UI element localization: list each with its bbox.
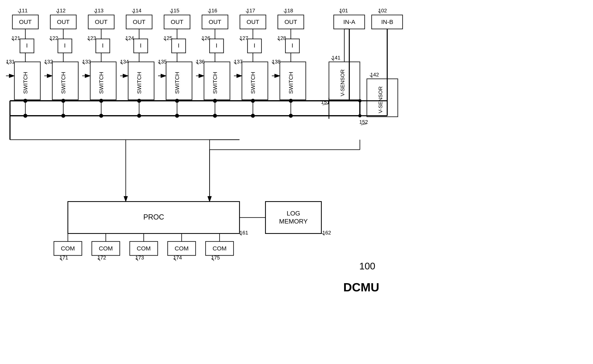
- svg-point-167: [289, 114, 293, 118]
- svg-point-163: [251, 99, 255, 103]
- svg-rect-182: [266, 202, 321, 234]
- svg-text:136: 136: [196, 59, 205, 65]
- svg-text:OUT: OUT: [133, 19, 145, 25]
- svg-text:131: 131: [6, 59, 15, 65]
- svg-point-164: [251, 114, 255, 118]
- svg-text:114: 114: [133, 8, 141, 13]
- svg-point-146: [23, 114, 27, 118]
- svg-point-149: [61, 114, 65, 118]
- svg-text:I: I: [26, 42, 28, 49]
- svg-text:111: 111: [19, 8, 27, 13]
- svg-text:117: 117: [247, 8, 255, 13]
- svg-text:100: 100: [359, 261, 375, 271]
- svg-point-230: [358, 114, 361, 117]
- svg-text:IN-A: IN-A: [343, 19, 355, 25]
- svg-text:137: 137: [234, 59, 242, 65]
- svg-text:PROC: PROC: [143, 213, 164, 221]
- svg-text:I: I: [140, 42, 142, 49]
- svg-text:173: 173: [135, 255, 144, 261]
- svg-text:V-SENSOR: V-SENSOR: [339, 69, 345, 96]
- svg-text:OUT: OUT: [57, 19, 69, 25]
- svg-text:142: 142: [370, 72, 379, 78]
- svg-text:SWITCH: SWITCH: [22, 72, 29, 94]
- svg-text:123: 123: [87, 35, 96, 41]
- svg-text:135: 135: [158, 59, 167, 65]
- svg-text:152: 152: [359, 119, 368, 125]
- svg-text:125: 125: [164, 35, 172, 41]
- svg-text:118: 118: [284, 8, 293, 13]
- svg-text:132: 132: [44, 59, 53, 65]
- svg-point-157: [175, 99, 179, 103]
- svg-text:SWITCH: SWITCH: [174, 72, 180, 94]
- svg-text:128: 128: [277, 35, 286, 41]
- svg-point-155: [137, 114, 141, 118]
- svg-text:MEMORY: MEMORY: [279, 218, 308, 225]
- svg-point-145: [23, 99, 27, 103]
- svg-text:138: 138: [272, 59, 280, 65]
- svg-text:124: 124: [125, 35, 134, 41]
- circuit-diagram: OUT 111 OUT 112 OUT 113 OUT 114 OUT 115 …: [0, 0, 593, 364]
- svg-text:SWITCH: SWITCH: [288, 72, 294, 94]
- svg-point-152: [99, 114, 103, 118]
- svg-text:OUT: OUT: [247, 19, 259, 25]
- svg-point-151: [99, 99, 103, 103]
- svg-text:116: 116: [209, 8, 217, 13]
- svg-text:SWITCH: SWITCH: [212, 72, 218, 94]
- svg-text:LOG: LOG: [287, 210, 300, 217]
- svg-text:126: 126: [202, 35, 210, 41]
- svg-point-154: [137, 99, 141, 103]
- svg-text:OUT: OUT: [95, 19, 107, 25]
- svg-text:I: I: [292, 42, 293, 49]
- svg-point-158: [175, 114, 179, 118]
- svg-point-148: [61, 99, 65, 103]
- svg-text:SWITCH: SWITCH: [60, 72, 66, 94]
- svg-text:COM: COM: [213, 245, 227, 252]
- svg-text:112: 112: [57, 8, 65, 13]
- svg-point-160: [213, 99, 217, 103]
- svg-text:DCMU: DCMU: [343, 281, 379, 294]
- svg-text:SWITCH: SWITCH: [250, 72, 256, 94]
- svg-point-161: [213, 114, 217, 118]
- svg-text:V-SENSOR: V-SENSOR: [378, 86, 384, 113]
- svg-text:133: 133: [82, 59, 91, 65]
- svg-text:I: I: [216, 42, 217, 49]
- svg-text:OUT: OUT: [19, 19, 32, 25]
- diagram-container: OUT 111 OUT 112 OUT 113 OUT 114 OUT 115 …: [0, 0, 593, 364]
- svg-text:OUT: OUT: [171, 19, 183, 25]
- svg-text:COM: COM: [99, 245, 113, 252]
- svg-text:I: I: [254, 42, 255, 49]
- svg-text:141: 141: [332, 55, 340, 61]
- svg-text:115: 115: [171, 8, 179, 13]
- svg-text:I: I: [102, 42, 104, 49]
- svg-point-229: [358, 99, 361, 102]
- svg-text:OUT: OUT: [284, 19, 297, 25]
- svg-text:134: 134: [120, 59, 129, 65]
- svg-text:OUT: OUT: [209, 19, 221, 25]
- svg-text:122: 122: [50, 35, 58, 41]
- svg-text:SWITCH: SWITCH: [98, 72, 104, 94]
- svg-text:172: 172: [98, 255, 106, 261]
- svg-text:I: I: [64, 42, 66, 49]
- svg-text:COM: COM: [137, 245, 151, 252]
- svg-text:171: 171: [59, 255, 68, 261]
- svg-text:IN-B: IN-B: [381, 19, 393, 25]
- svg-point-166: [289, 99, 293, 103]
- svg-text:I: I: [178, 42, 179, 49]
- svg-text:121: 121: [12, 35, 20, 41]
- svg-text:113: 113: [95, 8, 103, 13]
- svg-text:174: 174: [173, 255, 182, 261]
- svg-text:127: 127: [240, 35, 248, 41]
- svg-text:SWITCH: SWITCH: [136, 72, 142, 94]
- svg-text:COM: COM: [175, 245, 189, 252]
- svg-text:COM: COM: [61, 245, 75, 252]
- svg-text:175: 175: [211, 255, 220, 261]
